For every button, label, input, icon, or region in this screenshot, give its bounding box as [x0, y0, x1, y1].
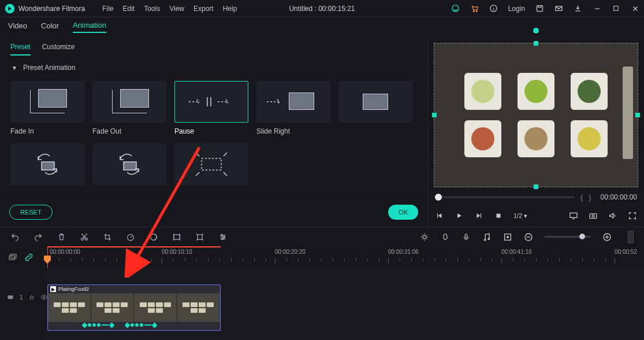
svg-point-2 [473, 10, 474, 12]
support-icon[interactable] [451, 4, 460, 13]
tab-animation[interactable]: Animation [73, 21, 106, 33]
keyframe-icon[interactable] [503, 232, 512, 242]
mail-icon[interactable] [554, 4, 563, 13]
svg-rect-16 [124, 162, 136, 170]
zoom-slider[interactable] [545, 236, 591, 238]
delete-icon[interactable] [57, 232, 66, 242]
tab-video[interactable]: Video [8, 21, 27, 32]
svg-point-38 [222, 238, 224, 240]
resize-handle-right[interactable] [635, 113, 640, 117]
ok-button[interactable]: OK [388, 205, 418, 220]
cart-icon[interactable] [470, 4, 479, 13]
preset-pause[interactable]: Pause [174, 81, 248, 135]
svg-point-24 [592, 215, 594, 217]
scrub-bar[interactable] [435, 196, 575, 198]
resize-handle-left[interactable] [432, 113, 437, 117]
eye-icon[interactable] [40, 294, 47, 301]
mark-out-icon[interactable]: } [589, 193, 591, 202]
collapse-icon: ▼ [12, 65, 17, 71]
prev-frame-icon[interactable] [435, 211, 444, 220]
arrow-right-icon [265, 96, 285, 108]
marker2-icon[interactable] [441, 232, 450, 242]
rotate-handle[interactable] [533, 28, 539, 34]
clip-play-icon: ▶ [50, 286, 56, 292]
preset-row2-1[interactable] [338, 81, 412, 135]
display-icon[interactable] [569, 211, 578, 220]
keyframe-row [48, 321, 220, 329]
rotate-icon [112, 151, 147, 177]
track-add-icon[interactable] [8, 253, 17, 262]
next-frame-icon[interactable] [474, 211, 483, 220]
volume-icon[interactable] [608, 211, 617, 220]
crop-icon[interactable] [103, 232, 112, 242]
svg-rect-17 [202, 158, 221, 170]
render-icon[interactable] [420, 232, 429, 242]
marker-icon[interactable] [195, 232, 204, 242]
preview-panel: { } 00:00:00:00 1/2 ▾ [427, 37, 644, 227]
timeline-ruler-row: 00:00:00:00 00:00:10:10 00:00:20:20 00:0… [0, 246, 644, 268]
info-icon[interactable] [489, 4, 498, 13]
svg-line-47 [426, 235, 427, 235]
preset-fade-out[interactable]: Fade Out [92, 81, 166, 135]
audio-mixer-icon[interactable] [482, 232, 492, 242]
fullscreen-icon[interactable] [628, 211, 637, 220]
preset-fade-in[interactable]: Fade In [10, 81, 84, 135]
download-icon[interactable] [574, 4, 582, 13]
voiceover-icon[interactable] [461, 232, 471, 242]
menu-help[interactable]: Help [223, 5, 237, 13]
undo-icon[interactable] [10, 232, 20, 242]
close-icon[interactable] [631, 4, 639, 13]
minimize-icon[interactable] [593, 4, 601, 13]
menu-edit[interactable]: Edit [123, 5, 135, 13]
menu-tools[interactable]: Tools [144, 5, 160, 13]
resize-handle-bottom[interactable] [534, 184, 538, 189]
color-icon[interactable] [149, 232, 158, 242]
menu-export[interactable]: Export [193, 5, 214, 13]
zoom-out-icon[interactable] [524, 232, 533, 242]
mark-in-icon[interactable]: { [580, 193, 583, 202]
svg-rect-32 [198, 235, 202, 239]
stop-icon[interactable] [494, 211, 503, 220]
maximize-icon[interactable] [612, 4, 620, 13]
menu-file[interactable]: File [102, 5, 113, 13]
subtab-customize[interactable]: Customize [42, 43, 75, 56]
svg-rect-18 [437, 213, 438, 218]
adjust-icon[interactable] [218, 232, 228, 242]
app-logo: Wondershare Filmora [5, 3, 85, 14]
preset-row2-2[interactable] [10, 143, 84, 185]
cut-icon[interactable] [80, 232, 89, 242]
svg-rect-60 [8, 295, 13, 299]
reset-button[interactable]: RESET [9, 205, 53, 220]
snapshot-icon[interactable] [589, 211, 598, 220]
preview-frame[interactable] [434, 43, 638, 187]
subtab-preset[interactable]: Preset [10, 43, 31, 56]
svg-rect-7 [537, 6, 543, 12]
timeline-ruler[interactable]: 00:00:00:00 00:00:10:10 00:00:20:20 00:0… [47, 246, 644, 268]
play-icon[interactable] [455, 211, 464, 220]
preset-animation-header[interactable]: ▼ Preset Animation [0, 56, 427, 75]
preset-row2-3[interactable] [92, 143, 166, 185]
timeline-tracks[interactable]: ▶ PlatingFood2 [47, 268, 644, 340]
preset-row2-4[interactable] [174, 143, 248, 185]
resize-handle-top[interactable] [534, 41, 538, 46]
green-screen-icon[interactable] [172, 232, 181, 242]
tab-color[interactable]: Color [41, 21, 59, 32]
speed-icon[interactable] [126, 232, 135, 242]
svg-rect-48 [465, 234, 467, 237]
menu-view[interactable]: View [169, 5, 184, 13]
video-clip[interactable]: ▶ PlatingFood2 [47, 284, 221, 331]
pause-anim-icon [185, 95, 237, 109]
zoom-in-icon[interactable] [602, 232, 612, 242]
svg-point-3 [476, 10, 477, 12]
redo-icon[interactable] [33, 232, 43, 242]
video-track-header[interactable]: 1 [0, 289, 47, 305]
link-icon[interactable] [24, 253, 33, 262]
save-icon[interactable] [535, 4, 544, 13]
login-button[interactable]: Login [508, 5, 525, 13]
playhead-handle[interactable] [44, 256, 51, 265]
preset-animation-label: Preset Animation [23, 64, 76, 72]
svg-point-36 [221, 234, 223, 236]
preset-slide-right[interactable]: Slide Right [256, 81, 330, 135]
lock-icon[interactable] [29, 294, 35, 300]
preview-ratio[interactable]: 1/2 ▾ [513, 212, 527, 220]
